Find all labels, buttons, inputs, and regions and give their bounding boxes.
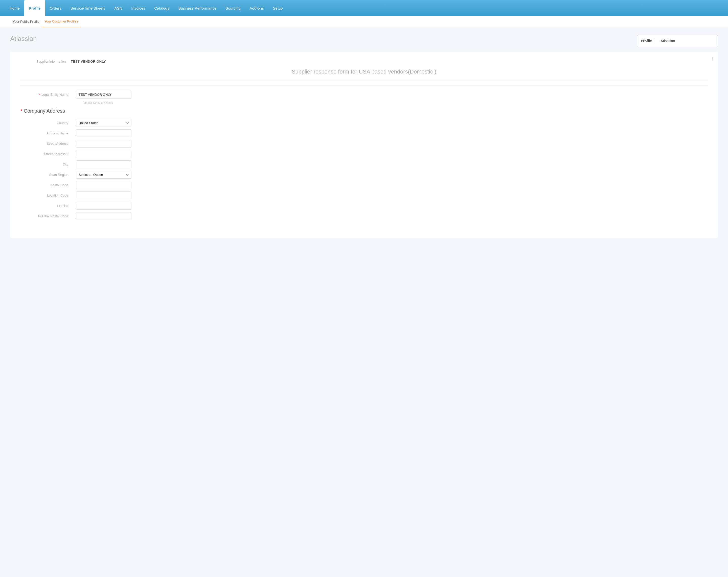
state-region-dropdown[interactable]: Select an Option	[76, 171, 131, 178]
profile-dropdown[interactable]: Atlassian	[658, 37, 714, 45]
address-name-label: Address Name	[20, 131, 71, 135]
subnav-customer-profiles[interactable]: Your Customer Profiles	[42, 16, 81, 27]
nav-business-performance[interactable]: Business Performance	[174, 0, 221, 16]
sub-nav: Your Public Profile Your Customer Profil…	[0, 16, 728, 27]
country-dropdown[interactable]: United States Canada Mexico United Kingd…	[76, 119, 131, 127]
supplier-info-value: TEST VENDOR ONLY	[71, 60, 106, 63]
nav-service-time-sheets[interactable]: Service/Time Sheets	[66, 0, 110, 16]
state-region-row: State Region Select an Option	[20, 171, 708, 178]
company-title: Atlassian	[10, 35, 37, 43]
country-row: Country United States Canada Mexico Unit…	[20, 119, 708, 127]
po-box-input[interactable]	[76, 202, 131, 210]
location-code-label: Location Code	[20, 193, 71, 197]
nav-profile[interactable]: Profile	[24, 0, 45, 16]
po-box-postal-code-label: PO Box Postal Code	[20, 214, 71, 218]
nav-asn[interactable]: ASN	[110, 0, 127, 16]
po-box-label: PO Box	[20, 204, 71, 208]
profile-selector-label: Profile	[641, 39, 655, 43]
postal-code-row: Postal Code	[20, 181, 708, 189]
street-address2-label: Street Address 2	[20, 152, 71, 156]
postal-code-input[interactable]	[76, 181, 131, 189]
po-box-postal-code-row: PO Box Postal Code	[20, 212, 708, 220]
country-label: Country	[20, 121, 71, 125]
top-nav: Home Profile Orders Service/Time Sheets …	[0, 0, 728, 16]
form-title: Supplier response form for USA based ven…	[20, 68, 708, 80]
nav-sourcing[interactable]: Sourcing	[221, 0, 245, 16]
nav-orders[interactable]: Orders	[45, 0, 66, 16]
company-address-title: *Company Address	[20, 108, 708, 114]
po-box-row: PO Box	[20, 202, 708, 210]
legal-entity-hint-row: Vendor Company Name	[20, 101, 708, 104]
form-container: ℹ Supplier Information TEST VENDOR ONLY …	[10, 52, 718, 238]
legal-entity-row: Legal Entity Name	[20, 91, 708, 99]
legal-entity-label: Legal Entity Name	[20, 93, 71, 97]
legal-entity-hint: Vendor Company Name	[83, 101, 113, 104]
divider	[20, 85, 708, 86]
legal-entity-input[interactable]	[76, 91, 131, 99]
supplier-info-label: Supplier Information	[20, 60, 66, 63]
street-address2-row: Street Address 2	[20, 150, 708, 158]
nav-catalogs[interactable]: Catalogs	[150, 0, 174, 16]
location-code-row: Location Code	[20, 192, 708, 199]
address-name-row: Address Name	[20, 129, 708, 137]
street-address2-input[interactable]	[76, 150, 131, 158]
company-address-section: *Company Address Country United States C…	[20, 108, 708, 220]
street-address-input[interactable]	[76, 140, 131, 147]
street-address-label: Street Address	[20, 142, 71, 145]
nav-add-ons[interactable]: Add-ons	[245, 0, 268, 16]
address-name-input[interactable]	[76, 129, 131, 137]
supplier-info-row: Supplier Information TEST VENDOR ONLY	[20, 60, 708, 63]
subnav-public-profile[interactable]: Your Public Profile	[10, 16, 42, 27]
page-header-row: Atlassian Profile Atlassian	[10, 35, 718, 47]
profile-selector: Profile Atlassian	[637, 35, 718, 47]
street-address-row: Street Address	[20, 140, 708, 147]
state-region-label: State Region	[20, 173, 71, 176]
city-row: City	[20, 160, 708, 168]
city-input[interactable]	[76, 160, 131, 168]
po-box-postal-code-input[interactable]	[76, 212, 131, 220]
main-content: Atlassian Profile Atlassian ℹ Supplier I…	[0, 27, 728, 577]
nav-setup[interactable]: Setup	[268, 0, 287, 16]
info-icon[interactable]: ℹ	[712, 56, 714, 62]
city-label: City	[20, 162, 71, 166]
required-star: *	[20, 108, 22, 114]
postal-code-label: Postal Code	[20, 183, 71, 187]
location-code-input[interactable]	[76, 192, 131, 199]
nav-invoices[interactable]: Invoices	[127, 0, 150, 16]
nav-home[interactable]: Home	[5, 0, 24, 16]
